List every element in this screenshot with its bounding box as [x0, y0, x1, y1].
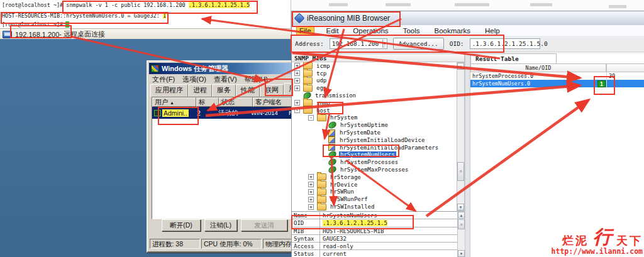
menu-file[interactable]: 文件(F) [152, 75, 175, 84]
menu-operations[interactable]: Operations [350, 26, 391, 35]
watermark-text: 天下 [616, 235, 643, 246]
menu-tools[interactable]: Tools [401, 26, 423, 35]
tab-performance[interactable]: 性能 [236, 84, 260, 97]
shell-prompt: [root@localhost ~]# [2, 21, 63, 28]
expand-icon[interactable]: + [294, 78, 300, 84]
terminal-line-command: [root@localhost ~]# snmpwalk -v 1 -c pub… [2, 2, 250, 8]
tab-applications[interactable]: 应用程序 [150, 84, 188, 97]
collapse-icon[interactable]: - [294, 107, 300, 113]
expand-icon[interactable]: + [294, 100, 300, 106]
menu-help[interactable]: 帮助(H) [245, 75, 268, 84]
tree-node-egp[interactable]: +egp [292, 84, 457, 92]
tree-scrollbar[interactable]: ▲ ≡ ▼ [457, 62, 465, 211]
leaf-icon [328, 158, 337, 167]
background-smudge [455, 3, 489, 6]
menu-edit[interactable]: Edit [324, 26, 341, 35]
expand-icon[interactable]: + [294, 85, 300, 91]
collapse-icon[interactable]: - [308, 115, 314, 121]
detail-row-mib: MIBHOST-RESOURCES-MIB [292, 227, 457, 235]
scroll-down-icon[interactable]: ▼ [457, 204, 464, 211]
tree-node-tcp[interactable]: +tcp [292, 70, 457, 77]
expand-icon[interactable]: + [308, 182, 314, 187]
expand-icon[interactable]: + [294, 63, 300, 68]
scroll-down-icon[interactable]: ▼ [458, 250, 465, 257]
mib-browser-title: iReasoning MIB Browser [307, 14, 390, 23]
oid-input[interactable]: .1.3.6.1.2.1.25.1.5.0 [470, 38, 540, 49]
tree-node-icmp[interactable]: +icmp [292, 62, 457, 70]
expand-icon[interactable]: + [308, 197, 314, 202]
scrollbar-thumb[interactable]: ≡ [458, 219, 465, 229]
expand-icon[interactable]: + [294, 70, 300, 76]
result-row-numusers[interactable]: hrSystemNumUsers.0 [470, 80, 644, 87]
result-row-processes[interactable]: hrSystemProcesses.0 39 [470, 72, 644, 80]
task-manager-window: Windows 任务管理器 文件(F) 选项(O) 查看(V) 帮助(H) 应用… [147, 60, 301, 253]
tree-node-snmp[interactable]: +snmp [292, 99, 457, 107]
column-status[interactable]: 状态 [219, 97, 253, 107]
tab-services[interactable]: 服务 [212, 84, 236, 97]
menu-help[interactable]: Help [482, 26, 502, 35]
folder-icon [303, 107, 313, 114]
writable-node-icon [328, 129, 335, 136]
background-smudge [386, 3, 411, 6]
panel-splitter[interactable] [465, 53, 470, 257]
leaf-icon [328, 151, 337, 159]
rdp-ip: 192.168.1.200 [15, 31, 59, 38]
tree-node-hrsystemdate[interactable]: hrSystemDate [292, 129, 457, 136]
column-user[interactable]: 用户 ▲ [152, 97, 196, 107]
result-value-highlight: 1 [597, 80, 606, 87]
leaf-icon [328, 121, 337, 129]
mib-tree: +icmp +tcp +udp +egp transmission +snmp … [292, 62, 457, 212]
tree-node-hrsysteminitialloaddevice[interactable]: hrSystemInitialLoadDevice [292, 136, 457, 144]
advanced-button[interactable]: Advanced... [393, 38, 444, 50]
task-manager-icon [151, 65, 159, 72]
tree-node-transmission[interactable]: transmission [292, 92, 457, 99]
tree-node-udp[interactable]: +udp [292, 77, 457, 85]
scrollbar-thumb[interactable]: ≡ [457, 162, 464, 181]
mib-browser-menubar: File Edit Operations Tools Bookmarks Hel… [292, 25, 644, 36]
chevron-down-icon[interactable]: ▼ [382, 40, 386, 48]
mib-browser-window: iReasoning MIB Browser File Edit Operati… [291, 11, 644, 257]
background-smudge [530, 3, 552, 6]
mib-browser-titlebar[interactable]: iReasoning MIB Browser [292, 11, 644, 26]
user-row-administrator[interactable]: Admini.. 2 活动的 WIN-2014 RDP- [152, 107, 296, 119]
disconnect-button[interactable]: 断开(D) [162, 219, 201, 231]
result-table-tab[interactable]: Result Table [470, 53, 557, 64]
tree-node-hrsysteminitialloadparameters[interactable]: hrSystemInitialLoadParameters [292, 144, 457, 151]
tree-node-hrsystemprocesses[interactable]: hrSystemProcesses [292, 158, 457, 166]
column-id[interactable]: 标 [196, 97, 219, 107]
watermark-url: http://www.ilanni.com [552, 248, 643, 256]
watermark-text: 行 [593, 227, 612, 246]
expand-icon[interactable]: + [308, 174, 314, 180]
background-window-fragment [291, 0, 644, 11]
tree-node-hrswinstalled[interactable]: +hrSWInstalled [292, 203, 457, 211]
menu-file[interactable]: File [296, 26, 314, 36]
sort-asc-icon: ▲ [170, 101, 174, 105]
send-message-button[interactable]: 发送消 [241, 219, 287, 231]
address-combobox[interactable]: 192.168.1.200▼ [330, 38, 387, 49]
tree-node-hrsystem[interactable]: -hrSystem [292, 114, 457, 122]
column-client[interactable]: 客户端名 [253, 97, 292, 107]
terminal-window: [root@localhost ~]# snmpwalk -v 1 -c pub… [0, 0, 291, 28]
scroll-up-icon[interactable]: ▲ [458, 212, 465, 219]
detail-row-status: Statuscurrent [292, 250, 457, 257]
menu-options[interactable]: 选项(O) [182, 75, 206, 84]
user-icon [154, 110, 161, 116]
logoff-button[interactable]: 注销(L) [204, 219, 237, 231]
expand-icon[interactable]: + [308, 189, 314, 195]
user-session-id: 2 [195, 109, 216, 117]
column-name-oid[interactable]: Name/OID [470, 64, 606, 72]
leaf-icon [328, 165, 337, 173]
tab-networking[interactable]: 联网 [260, 84, 284, 97]
task-manager-menubar: 文件(F) 选项(O) 查看(V) 帮助(H) [150, 75, 299, 84]
user-status: 活动的 [216, 109, 249, 118]
column-value[interactable] [606, 64, 644, 72]
scroll-up-icon[interactable]: ▲ [457, 63, 464, 70]
tab-processes[interactable]: 进程 [188, 84, 212, 97]
menu-view[interactable]: 查看(V) [214, 75, 237, 84]
expand-icon[interactable]: + [308, 204, 314, 210]
task-manager-titlebar[interactable]: Windows 任务管理器 [149, 63, 299, 74]
terminal-line-result: HOST-RESOURCES-MIB::hrSystemNumUsers.0 =… [2, 13, 166, 19]
tree-node-hrsystemnumusers[interactable]: hrSystemNumUsers [292, 151, 457, 159]
menu-bookmarks[interactable]: Bookmarks [431, 26, 473, 35]
tree-node-hrsystemuptime[interactable]: hrSystemUptime [292, 121, 457, 129]
